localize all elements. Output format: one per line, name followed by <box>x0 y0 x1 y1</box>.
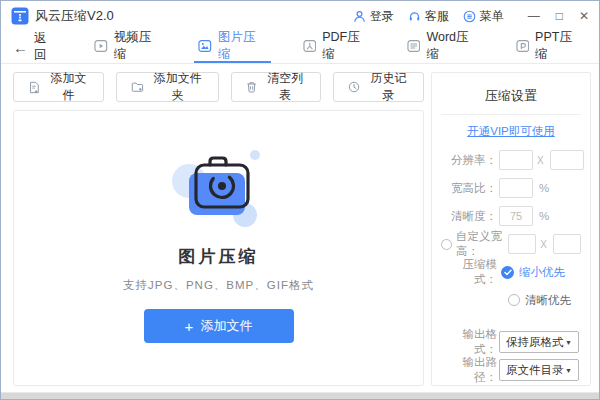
dropzone-subtitle: 支持JPG、PNG、BMP、GIF格式 <box>123 278 314 293</box>
shrink-first-radio[interactable] <box>501 266 514 279</box>
word-icon <box>407 39 421 53</box>
multiply-glyph: X <box>540 239 547 250</box>
resolution-height-input[interactable] <box>550 150 584 170</box>
plus-icon: + <box>185 319 194 334</box>
trash-icon <box>246 80 257 94</box>
tab-image-compress[interactable]: 图片压缩 <box>194 31 270 63</box>
tab-label: PPT压缩 <box>535 29 583 63</box>
settings-title: 压缩设置 <box>441 83 581 115</box>
custom-height-input[interactable] <box>553 234 581 254</box>
tab-label: 图片压缩 <box>218 29 267 63</box>
file-toolbar: 添加文件 添加文件夹 清空列表 <box>13 72 424 102</box>
file-plus-icon <box>28 80 40 95</box>
tab-word-compress[interactable]: Word压缩 <box>403 31 484 63</box>
resolution-width-input[interactable] <box>499 150 533 170</box>
compress-mode-label: 压缩模式： <box>441 257 497 287</box>
add-files-label: 添加文件 <box>200 317 252 335</box>
add-file-button[interactable]: 添加文件 <box>13 72 104 102</box>
output-path-value: 原文件目录 <box>506 363 564 378</box>
support-button[interactable]: 客服 <box>408 8 449 25</box>
custom-size-radio[interactable] <box>441 239 452 250</box>
ppt-icon <box>516 39 530 53</box>
window-controls: — □ ✕ <box>528 10 589 22</box>
clock-icon <box>348 80 360 94</box>
check-icon <box>504 269 512 276</box>
tab-label: Word压缩 <box>426 29 479 63</box>
compress-tabs: 视频压缩 图片压缩 PDF压缩 <box>90 31 587 63</box>
tab-label: 视频压缩 <box>114 29 163 63</box>
app-logo-icon <box>11 7 29 25</box>
custom-size-row: 自定义宽高： X <box>441 234 581 254</box>
resolution-label: 分辨率： <box>441 153 497 168</box>
main-area: 添加文件 添加文件夹 清空列表 <box>1 64 599 392</box>
clarity-row: 清晰度： % <box>441 206 581 226</box>
add-folder-button[interactable]: 添加文件夹 <box>116 72 218 102</box>
output-path-label: 输出路径： <box>441 355 497 385</box>
clear-list-label: 清空列表 <box>265 70 306 104</box>
back-arrow-icon: ← <box>13 39 28 56</box>
chevron-down-icon: ▼ <box>565 367 572 374</box>
image-icon <box>198 39 212 53</box>
add-files-primary-button[interactable]: + 添加文件 <box>144 309 294 343</box>
aspect-ratio-row: 宽高比： % <box>441 178 581 198</box>
clarity-first-radio[interactable] <box>508 294 520 306</box>
output-format-select[interactable]: 保持原格式 ▼ <box>499 331 579 353</box>
titlebar-actions: 登录 客服 菜单 — □ ✕ <box>353 8 589 25</box>
shrink-first-label: 缩小优先 <box>519 265 565 280</box>
camera-illustration-icon <box>167 143 271 233</box>
dropzone-title: 图片压缩 <box>179 245 259 268</box>
pdf-icon <box>303 39 317 53</box>
headset-icon <box>408 10 421 23</box>
output-format-row: 输出格式： 保持原格式 ▼ <box>441 332 581 352</box>
custom-width-input[interactable] <box>508 234 536 254</box>
resolution-row: 分辨率： X <box>441 150 581 170</box>
window-bottom-edge <box>1 392 599 399</box>
clarity-first-label: 清晰优先 <box>525 293 571 308</box>
video-icon <box>94 39 108 53</box>
titlebar: 风云压缩V2.0 登录 客服 <box>1 1 599 31</box>
output-format-label: 输出格式： <box>441 327 497 357</box>
tab-video-compress[interactable]: 视频压缩 <box>90 31 166 63</box>
support-label: 客服 <box>425 8 449 25</box>
tab-label: PDF压缩 <box>322 29 371 63</box>
clarity-label: 清晰度： <box>441 209 497 224</box>
chevron-down-icon: ▼ <box>565 339 572 346</box>
clear-list-button[interactable]: 清空列表 <box>231 72 321 102</box>
history-label: 历史记录 <box>368 70 409 104</box>
add-folder-label: 添加文件夹 <box>152 70 204 104</box>
clarity-first-row: 清晰优先 <box>503 290 581 310</box>
menu-label: 菜单 <box>480 8 504 25</box>
login-label: 登录 <box>370 8 394 25</box>
output-path-select[interactable]: 原文件目录 ▼ <box>499 359 579 381</box>
user-icon <box>353 10 366 23</box>
app-window: 风云压缩V2.0 登录 客服 <box>0 0 600 400</box>
history-button[interactable]: 历史记录 <box>333 72 424 102</box>
multiply-glyph: X <box>537 155 544 166</box>
output-format-value: 保持原格式 <box>506 335 564 350</box>
percent-glyph: % <box>539 182 549 194</box>
back-label: 返回 <box>34 30 58 64</box>
left-column: 添加文件 添加文件夹 清空列表 <box>13 72 424 386</box>
aspect-ratio-input[interactable] <box>499 178 533 198</box>
clarity-input[interactable] <box>499 206 533 226</box>
compress-mode-row: 压缩模式： 缩小优先 <box>441 262 581 282</box>
aspect-ratio-label: 宽高比： <box>441 181 497 196</box>
vip-upgrade-link[interactable]: 开通VIP即可使用 <box>441 124 581 139</box>
percent-glyph: % <box>539 210 549 222</box>
add-file-label: 添加文件 <box>48 70 89 104</box>
image-dropzone[interactable]: 图片压缩 支持JPG、PNG、BMP、GIF格式 + 添加文件 <box>13 110 424 386</box>
close-button[interactable]: ✕ <box>579 10 589 22</box>
back-button[interactable]: ← 返回 <box>13 31 58 63</box>
login-button[interactable]: 登录 <box>353 8 394 25</box>
output-path-row: 输出路径： 原文件目录 ▼ <box>441 360 581 380</box>
maximize-button[interactable]: □ <box>556 10 563 22</box>
folder-plus-icon <box>131 80 144 94</box>
menu-button[interactable]: 菜单 <box>463 8 504 25</box>
menu-icon <box>463 10 476 23</box>
tab-pdf-compress[interactable]: PDF压缩 <box>299 31 375 63</box>
app-title: 风云压缩V2.0 <box>35 7 114 25</box>
custom-size-label: 自定义宽高： <box>456 229 504 259</box>
tab-ppt-compress[interactable]: PPT压缩 <box>512 31 588 63</box>
nav-bar: ← 返回 视频压缩 图片压缩 <box>1 31 599 64</box>
minimize-button[interactable]: — <box>528 10 540 22</box>
